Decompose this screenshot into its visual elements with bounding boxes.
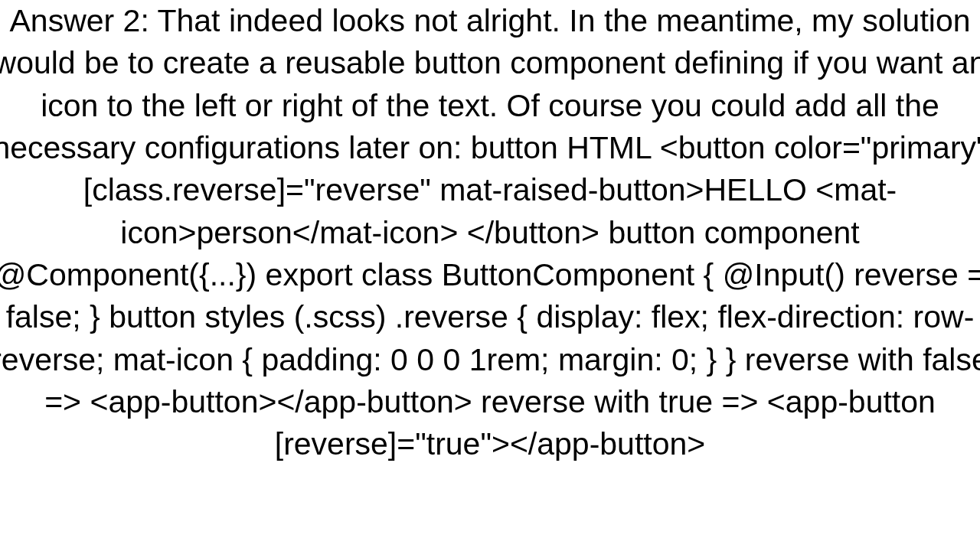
answer-body-text: Answer 2: That indeed looks not alright.… [0, 0, 980, 466]
